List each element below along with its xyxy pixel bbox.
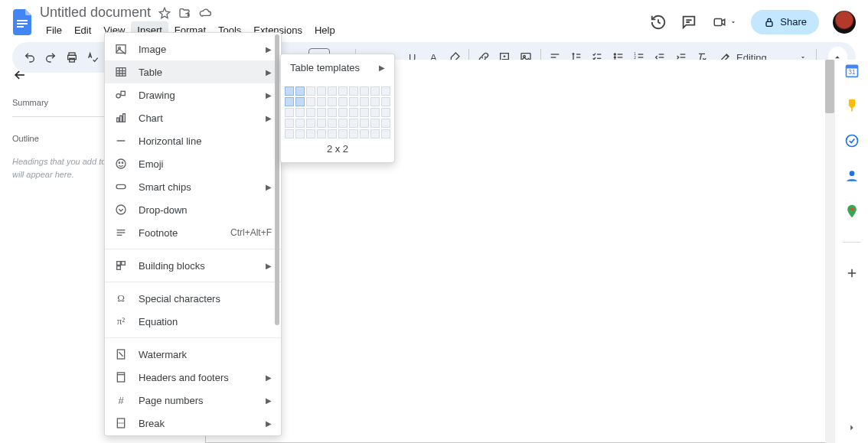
cloud-status-icon[interactable] xyxy=(198,7,212,19)
table-grid-cell[interactable] xyxy=(285,108,294,117)
svg-rect-70 xyxy=(117,266,121,270)
menu-edit[interactable]: Edit xyxy=(68,21,97,39)
svg-rect-1 xyxy=(17,23,28,24)
table-grid-cell[interactable] xyxy=(338,86,348,96)
insert-drawing-item[interactable]: Drawing ▶ xyxy=(105,83,281,106)
table-grid-cell[interactable] xyxy=(317,129,326,138)
svg-point-21 xyxy=(614,54,615,55)
table-grid-cell[interactable] xyxy=(338,129,348,138)
table-grid-cell[interactable] xyxy=(285,119,294,128)
table-grid-cell[interactable] xyxy=(306,119,315,128)
table-grid-cell[interactable] xyxy=(295,119,305,128)
contacts-icon[interactable] xyxy=(844,168,860,184)
table-grid-cell[interactable] xyxy=(317,108,326,117)
table-grid-cell[interactable] xyxy=(370,108,380,117)
history-icon[interactable] xyxy=(650,14,667,31)
table-grid-cell[interactable] xyxy=(306,108,315,117)
scrollbar-track[interactable] xyxy=(825,60,834,443)
table-grid-cell[interactable] xyxy=(360,129,369,138)
table-grid-cell[interactable] xyxy=(295,108,305,117)
table-grid-cell[interactable] xyxy=(360,86,369,96)
insert-chart-item[interactable]: Chart ▶ xyxy=(105,106,281,129)
table-grid-cell[interactable] xyxy=(295,86,305,96)
insert-break-item[interactable]: Break ▶ xyxy=(105,412,281,435)
add-addon-icon[interactable] xyxy=(844,265,860,281)
table-grid-cell[interactable] xyxy=(338,119,348,128)
table-size-picker[interactable] xyxy=(285,86,390,138)
insert-horizontal-line-item[interactable]: Horizontal line xyxy=(105,129,281,152)
hide-side-panel-icon[interactable] xyxy=(844,420,860,435)
table-grid-cell[interactable] xyxy=(381,97,390,106)
document-title[interactable]: Untitled document xyxy=(40,5,151,21)
star-icon[interactable] xyxy=(158,7,171,19)
insert-table-item[interactable]: Table ▶ xyxy=(105,60,281,83)
docs-logo-icon[interactable] xyxy=(12,8,34,36)
menu-file[interactable]: File xyxy=(40,21,68,39)
table-grid-cell[interactable] xyxy=(306,97,315,106)
insert-footnote-item[interactable]: Footnote Ctrl+Alt+F xyxy=(105,221,281,244)
table-grid-cell[interactable] xyxy=(370,119,380,128)
table-grid-cell[interactable] xyxy=(317,97,326,106)
tasks-icon[interactable] xyxy=(844,133,860,148)
table-grid-cell[interactable] xyxy=(338,108,348,117)
move-icon[interactable] xyxy=(178,7,191,19)
table-grid-cell[interactable] xyxy=(328,97,337,106)
insert-dropdown-item[interactable]: Drop-down xyxy=(105,198,281,221)
insert-emoji-item[interactable]: Emoji xyxy=(105,152,281,175)
hash-icon: # xyxy=(114,395,128,406)
table-grid-cell[interactable] xyxy=(349,97,358,106)
insert-headers-footers-item[interactable]: Headers and footers ▶ xyxy=(105,366,281,389)
table-grid-cell[interactable] xyxy=(381,86,390,96)
table-grid-cell[interactable] xyxy=(328,129,337,138)
insert-building-blocks-item[interactable]: Building blocks ▶ xyxy=(105,254,281,277)
table-grid-cell[interactable] xyxy=(360,119,369,128)
insert-watermark-item[interactable]: Watermark xyxy=(105,343,281,366)
table-grid-cell[interactable] xyxy=(306,86,315,96)
menu-help[interactable]: Help xyxy=(308,21,341,39)
table-grid-cell[interactable] xyxy=(338,97,348,106)
keep-icon[interactable] xyxy=(844,98,860,113)
comments-icon[interactable] xyxy=(680,14,697,31)
dropdown-scrollbar[interactable] xyxy=(275,34,279,434)
maps-icon[interactable] xyxy=(844,204,860,219)
table-grid-cell[interactable] xyxy=(381,119,390,128)
table-grid-cell[interactable] xyxy=(381,108,390,117)
table-grid-cell[interactable] xyxy=(328,86,337,96)
table-grid-cell[interactable] xyxy=(317,86,326,96)
share-button[interactable]: Share xyxy=(751,10,819,34)
insert-page-numbers-item[interactable]: # Page numbers ▶ xyxy=(105,389,281,412)
chevron-right-icon: ▶ xyxy=(266,114,272,122)
table-templates-item[interactable]: Table templates ▶ xyxy=(281,54,394,80)
scrollbar-thumb[interactable] xyxy=(825,60,834,113)
svg-point-60 xyxy=(116,159,126,168)
insert-smart-chips-item[interactable]: Smart chips ▶ xyxy=(105,175,281,198)
insert-special-characters-item[interactable]: Ω Special characters xyxy=(105,287,281,310)
insert-image-item[interactable]: Image ▶ xyxy=(105,37,281,60)
table-grid-cell[interactable] xyxy=(328,108,337,117)
table-grid-cell[interactable] xyxy=(295,129,305,138)
avatar[interactable] xyxy=(833,11,856,34)
table-grid-cell[interactable] xyxy=(295,97,305,106)
table-grid-cell[interactable] xyxy=(370,129,380,138)
table-grid-cell[interactable] xyxy=(370,97,380,106)
calendar-icon[interactable]: 31 xyxy=(844,63,860,78)
table-grid-cell[interactable] xyxy=(349,108,358,117)
table-grid-cell[interactable] xyxy=(360,108,369,117)
dropdown-scroll-thumb[interactable] xyxy=(275,34,279,325)
table-grid-cell[interactable] xyxy=(285,86,294,96)
table-grid-cell[interactable] xyxy=(285,129,294,138)
table-grid-cell[interactable] xyxy=(370,86,380,96)
meet-icon[interactable] xyxy=(711,15,737,29)
insert-equation-item[interactable]: π² Equation xyxy=(105,310,281,333)
table-grid-cell[interactable] xyxy=(328,119,337,128)
table-grid-cell[interactable] xyxy=(349,86,358,96)
svg-point-42 xyxy=(846,135,857,147)
table-grid-cell[interactable] xyxy=(317,119,326,128)
table-grid-cell[interactable] xyxy=(285,97,294,106)
menu-separator xyxy=(105,282,281,282)
table-grid-cell[interactable] xyxy=(306,129,315,138)
table-grid-cell[interactable] xyxy=(381,129,390,138)
table-grid-cell[interactable] xyxy=(349,119,358,128)
table-grid-cell[interactable] xyxy=(349,129,358,138)
table-grid-cell[interactable] xyxy=(360,97,369,106)
